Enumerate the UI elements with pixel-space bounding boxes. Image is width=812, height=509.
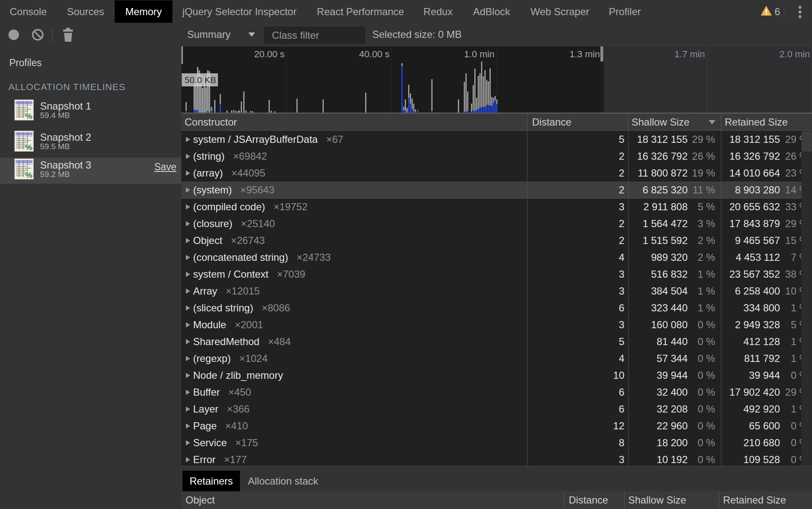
svg-text:%: % (25, 112, 32, 121)
svg-text:1.0 min: 1.0 min (464, 49, 495, 59)
svg-text:2.0 min: 2.0 min (780, 49, 810, 59)
svg-text:50.0 KB: 50.0 KB (185, 75, 216, 85)
svg-text:20.00 s: 20.00 s (254, 49, 285, 59)
svg-text:40.00 s: 40.00 s (359, 49, 390, 59)
svg-text:1.7 min: 1.7 min (675, 49, 705, 59)
svg-text:%: % (25, 143, 32, 152)
svg-text:1.3 min: 1.3 min (570, 49, 600, 59)
svg-text:%: % (25, 171, 32, 179)
